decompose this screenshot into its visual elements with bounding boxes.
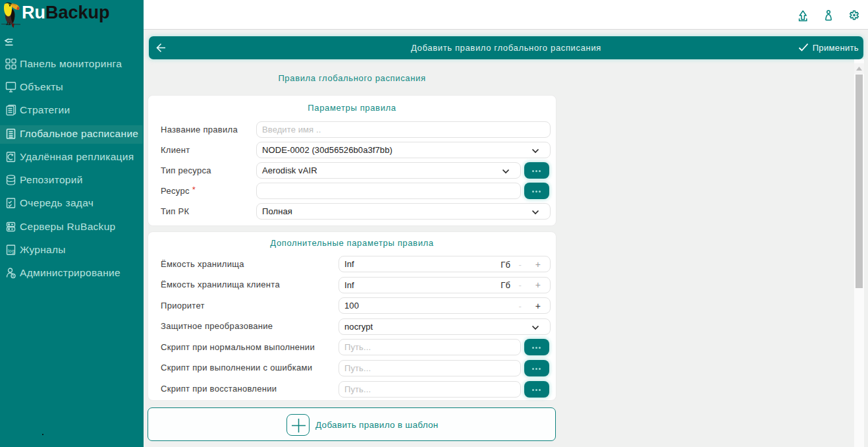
svg-text:log: log bbox=[8, 249, 14, 254]
